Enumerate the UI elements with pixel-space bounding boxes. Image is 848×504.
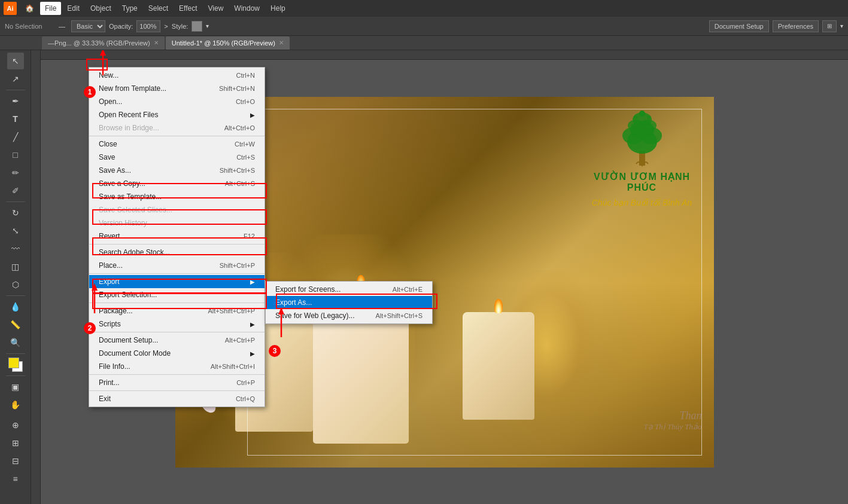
pencil-tool[interactable]: ✐ bbox=[7, 182, 24, 199]
rect-tool[interactable]: □ bbox=[7, 146, 24, 163]
extra-tool-1[interactable]: ⊕ bbox=[7, 417, 24, 433]
tab-bar: —Png... @ 33.33% (RGB/Preview) ✕ Untitle… bbox=[0, 36, 848, 50]
sep-7 bbox=[89, 390, 265, 391]
zoom-tool[interactable]: 🔍 bbox=[7, 334, 24, 351]
opacity-arrow: > bbox=[164, 23, 168, 30]
menu-open[interactable]: Open... Ctrl+O bbox=[89, 95, 265, 108]
measure-tool[interactable]: 📏 bbox=[7, 316, 24, 333]
menu-save-template[interactable]: Save as Template... bbox=[89, 190, 265, 203]
menu-package[interactable]: Package... Alt+Shift+Ctrl+P bbox=[89, 304, 265, 317]
menu-type[interactable]: Type bbox=[117, 2, 142, 15]
brush-tool[interactable]: ✏ bbox=[7, 164, 24, 181]
extra-tool-2[interactable]: ⊞ bbox=[7, 435, 24, 451]
tab-2-close[interactable]: ✕ bbox=[279, 39, 284, 46]
style-swatch bbox=[192, 21, 202, 32]
menu-color-mode[interactable]: Document Color Mode ▶ bbox=[89, 347, 265, 360]
tool-divider-5 bbox=[6, 375, 25, 376]
menu-save[interactable]: Save Ctrl+S bbox=[89, 151, 265, 164]
select-tool[interactable]: ↖ bbox=[7, 53, 24, 69]
document-setup-btn[interactable]: Document Setup bbox=[709, 20, 769, 32]
tools-panel: ↖ ↗ ✒ T ╱ □ ✏ ✐ ↻ ⤡ 〰 ◫ ⬡ 💧 📏 🔍 ▣ ✋ ⊕ ⊞ … bbox=[0, 50, 31, 504]
extra-tools: ⊕ ⊞ ⊟ ≡ bbox=[0, 417, 31, 487]
gradient-tool[interactable]: ◫ bbox=[7, 258, 24, 275]
menu-save-slices[interactable]: Save Selected Slices... bbox=[89, 203, 265, 216]
menu-window[interactable]: Window bbox=[229, 2, 265, 15]
menu-export-selection[interactable]: Export Selection... bbox=[89, 288, 265, 301]
stroke-style-dropdown[interactable]: Basic bbox=[71, 20, 105, 32]
menu-home[interactable]: 🏠 bbox=[20, 2, 39, 15]
extra-tool-4[interactable]: ≡ bbox=[7, 471, 24, 487]
menu-new-template[interactable]: New from Template... Shift+Ctrl+N bbox=[89, 82, 265, 95]
sep-4 bbox=[89, 303, 265, 303]
sep-6 bbox=[89, 374, 265, 375]
style-label: Style: bbox=[172, 23, 189, 30]
style-arrow: ▾ bbox=[206, 23, 209, 29]
tab-2[interactable]: Untitled-1* @ 150% (RGB/Preview) ✕ bbox=[166, 36, 290, 50]
main-layout: ↖ ↗ ✒ T ╱ □ ✏ ✐ ↻ ⤡ 〰 ◫ ⬡ 💧 📏 🔍 ▣ ✋ ⊕ ⊞ … bbox=[0, 50, 848, 504]
menu-select[interactable]: Select bbox=[144, 2, 173, 15]
hand-tool[interactable]: ✋ bbox=[7, 396, 24, 413]
file-dropdown-menu: New... Ctrl+N New from Template... Shift… bbox=[89, 67, 265, 407]
menu-file[interactable]: File bbox=[40, 2, 61, 15]
submenu-export-as[interactable]: Export As... bbox=[266, 296, 432, 309]
artboard-tool[interactable]: ▣ bbox=[7, 378, 24, 395]
extra-tool-3[interactable]: ⊟ bbox=[7, 453, 24, 469]
rotate-tool[interactable]: ↻ bbox=[7, 204, 24, 221]
menu-version-history[interactable]: Version History bbox=[89, 216, 265, 230]
sep-1 bbox=[89, 136, 265, 136]
ruler-vertical bbox=[31, 50, 41, 504]
tab-1-close[interactable]: ✕ bbox=[154, 39, 159, 46]
stroke-indicator: — bbox=[59, 23, 65, 30]
menu-exit[interactable]: Exit Ctrl+Q bbox=[89, 392, 265, 405]
menu-new[interactable]: New... Ctrl+N bbox=[89, 69, 265, 82]
blend-tool[interactable]: ⬡ bbox=[7, 276, 24, 293]
menu-object[interactable]: Object bbox=[86, 2, 116, 15]
tool-divider-2 bbox=[6, 201, 25, 202]
grid-arrow: ▾ bbox=[840, 23, 843, 29]
submenu-export-screens[interactable]: Export for Screens... Alt+Ctrl+E bbox=[266, 283, 432, 296]
menu-file-info[interactable]: File Info... Alt+Shift+Ctrl+I bbox=[89, 360, 265, 373]
tool-divider-3 bbox=[6, 295, 25, 296]
menu-close[interactable]: Close Ctrl+W bbox=[89, 138, 265, 151]
submenu-save-web[interactable]: Save for Web (Legacy)... Alt+Shift+Ctrl+… bbox=[266, 309, 432, 322]
menu-print[interactable]: Print... Ctrl+P bbox=[89, 376, 265, 389]
menu-view[interactable]: View bbox=[203, 2, 229, 15]
sep-2 bbox=[89, 244, 265, 245]
app-icon: Ai bbox=[4, 2, 17, 15]
menu-export[interactable]: Export ▶ bbox=[89, 275, 265, 288]
menu-save-as[interactable]: Save As... Shift+Ctrl+S bbox=[89, 164, 265, 177]
menu-recent-files[interactable]: Open Recent Files ▶ bbox=[89, 108, 265, 121]
menu-doc-setup[interactable]: Document Setup... Alt+Ctrl+P bbox=[89, 334, 265, 347]
menu-effect[interactable]: Effect bbox=[174, 2, 202, 15]
menu-bridge[interactable]: Browse in Bridge... Alt+Ctrl+O bbox=[89, 121, 265, 135]
ruler-horizontal bbox=[41, 50, 848, 60]
menu-help[interactable]: Help bbox=[266, 2, 290, 15]
scale-tool[interactable]: ⤡ bbox=[7, 222, 24, 239]
sep-3 bbox=[89, 273, 265, 274]
opacity-label: Opacity: bbox=[109, 23, 133, 30]
menu-scripts[interactable]: Scripts ▶ bbox=[89, 317, 265, 331]
export-submenu: Export for Screens... Alt+Ctrl+E Export … bbox=[265, 281, 433, 324]
tool-divider-1 bbox=[6, 90, 25, 90]
menu-revert[interactable]: Revert F12 bbox=[89, 230, 265, 243]
canvas-area: VƯỜN ƯƠM HẠNH PHÚC Chúc bạn Buổi tối Bìn… bbox=[31, 50, 848, 504]
opacity-input[interactable] bbox=[136, 20, 160, 32]
selection-indicator: No Selection bbox=[5, 23, 53, 30]
menu-place[interactable]: Place... Shift+Ctrl+P bbox=[89, 259, 265, 272]
preferences-btn[interactable]: Preferences bbox=[773, 20, 819, 32]
menu-bar: Ai 🏠 File Edit Object Type Select Effect… bbox=[0, 0, 848, 17]
color-swatch[interactable] bbox=[7, 356, 24, 373]
type-tool[interactable]: T bbox=[7, 111, 24, 127]
grid-view-btn[interactable]: ⊞ bbox=[822, 20, 837, 32]
toolbar: No Selection — Basic Opacity: > Style: ▾… bbox=[0, 17, 848, 36]
pen-tool[interactable]: ✒ bbox=[7, 93, 24, 109]
warp-tool[interactable]: 〰 bbox=[7, 240, 24, 257]
direct-select-tool[interactable]: ↗ bbox=[7, 71, 24, 87]
line-tool[interactable]: ╱ bbox=[7, 129, 24, 145]
menu-stock[interactable]: Search Adobe Stock... bbox=[89, 246, 265, 259]
menu-edit[interactable]: Edit bbox=[62, 2, 84, 15]
menu-save-copy[interactable]: Save a Copy... Alt+Ctrl+S bbox=[89, 177, 265, 190]
tool-divider-4 bbox=[6, 353, 25, 354]
eyedropper-tool[interactable]: 💧 bbox=[7, 298, 24, 315]
tab-1[interactable]: —Png... @ 33.33% (RGB/Preview) ✕ bbox=[42, 36, 165, 50]
